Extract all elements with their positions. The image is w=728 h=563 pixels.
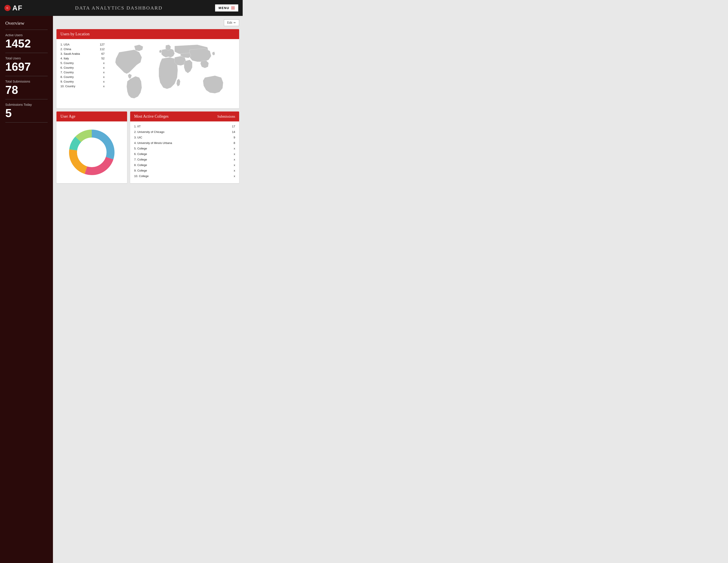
donut-chart	[68, 128, 116, 177]
college-list-item: 5. Collegex	[134, 146, 235, 151]
college-list-item: 3. UIC9	[134, 135, 235, 140]
menu-button[interactable]: MENU	[215, 4, 238, 11]
location-count: 127	[100, 43, 105, 46]
world-map-container	[109, 42, 235, 105]
location-count: x	[103, 85, 105, 88]
hamburger-icon	[231, 7, 235, 9]
location-name: 1. USA	[60, 43, 69, 46]
location-count: x	[103, 61, 105, 65]
user-age-card: User Age	[56, 111, 127, 183]
edit-row: Edit ✏	[56, 19, 239, 26]
college-count: x	[234, 152, 235, 156]
active-users-value: 1452	[5, 38, 48, 49]
total-users-label: Total Users	[5, 56, 48, 60]
college-list-item: 2. University of Chicago14	[134, 129, 235, 135]
college-count: x	[234, 147, 235, 150]
college-count: x	[234, 169, 235, 172]
location-list-item: 9. Countryx	[60, 79, 105, 84]
location-name: 9. Country	[60, 80, 74, 83]
location-name: 4. Italy	[60, 57, 69, 60]
stat-submissions-today: Submissions Today 5	[5, 103, 48, 122]
svg-point-6	[80, 141, 103, 164]
sidebar: Overview Active Users 1452 Total Users 1…	[0, 16, 53, 563]
donut-chart-svg	[68, 128, 116, 177]
college-name: 5. College	[134, 147, 147, 150]
location-name: 7. Country	[60, 71, 74, 74]
college-list-item: 9. Collegex	[134, 168, 235, 173]
logo-circle: C	[4, 5, 11, 11]
location-list-item: 8. Countryx	[60, 75, 105, 79]
submissions-today-label: Submissions Today	[5, 103, 48, 106]
location-list-item: 3. Saudi Arabia67	[60, 51, 105, 56]
college-list-item: 4. University of Illinois Urbana8	[134, 140, 235, 146]
location-name: 6. Country	[60, 66, 74, 69]
college-name: 2. University of Chicago	[134, 130, 164, 133]
college-name: 3. UIC	[134, 136, 142, 139]
location-count: x	[103, 71, 105, 74]
location-count: x	[103, 75, 105, 79]
total-submissions-value: 78	[5, 84, 48, 96]
location-count: x	[103, 80, 105, 83]
college-list-item: 8. Collegex	[134, 162, 235, 168]
bottom-row: User Age	[56, 111, 239, 183]
colleges-submissions-label: Submissions	[217, 115, 235, 118]
main-layout: Overview Active Users 1452 Total Users 1…	[0, 16, 243, 563]
active-users-label: Active Users	[5, 33, 48, 37]
location-list-item: 6. Countryx	[60, 65, 105, 70]
college-list-item: 6. Collegex	[134, 151, 235, 157]
colleges-header: Most Active Colleges Submissions	[130, 111, 239, 121]
location-name: 10. Country	[60, 85, 75, 88]
location-name: 3. Saudi Arabia	[60, 52, 80, 55]
world-map-svg	[109, 42, 235, 105]
most-active-colleges-card: Most Active Colleges Submissions 1. IIT1…	[130, 111, 239, 183]
header: C AF Data Analytics Dashboard MENU	[0, 0, 243, 16]
location-list: 1. USA1272. China1123. Saudi Arabia674. …	[60, 42, 105, 105]
college-list-item: 10. Collegex	[134, 173, 235, 179]
logo-c: C	[7, 6, 9, 10]
college-count: 14	[232, 130, 235, 133]
header-title: Data Analytics Dashboard	[75, 5, 163, 11]
edit-label: Edit	[227, 21, 232, 24]
menu-label: MENU	[219, 6, 229, 10]
location-count: 112	[100, 47, 105, 51]
stat-total-submissions: Total Submissions 78	[5, 80, 48, 99]
location-list-item: 5. Countryx	[60, 61, 105, 65]
college-count: 8	[234, 141, 235, 145]
location-name: 2. China	[60, 47, 71, 51]
users-by-location-header: Users by Location	[56, 29, 239, 39]
user-age-header: User Age	[56, 111, 127, 121]
location-list-item: 7. Countryx	[60, 70, 105, 75]
pencil-icon: ✏	[234, 21, 236, 24]
college-count: 9	[234, 136, 235, 139]
location-name: 5. Country	[60, 61, 74, 65]
submissions-today-value: 5	[5, 107, 48, 119]
college-name: 1. IIT	[134, 125, 141, 128]
colleges-title: Most Active Colleges	[134, 114, 169, 119]
logo-area: C AF	[4, 4, 23, 12]
college-count: x	[234, 174, 235, 178]
location-list-item: 10. Countryx	[60, 84, 105, 88]
logo-text: AF	[12, 4, 23, 12]
location-list-item: 4. Italy52	[60, 56, 105, 61]
colleges-body: 1. IIT172. University of Chicago143. UIC…	[130, 121, 239, 181]
location-list-item: 1. USA127	[60, 42, 105, 47]
college-name: 9. College	[134, 169, 147, 172]
content-area: Edit ✏ Users by Location 1. USA1272. Chi…	[53, 16, 243, 563]
location-count: 52	[101, 57, 105, 60]
location-name: 8. Country	[60, 75, 74, 79]
college-list-item: 7. Collegex	[134, 157, 235, 162]
edit-button[interactable]: Edit ✏	[224, 19, 239, 26]
location-count: x	[103, 66, 105, 69]
users-by-location-body: 1. USA1272. China1123. Saudi Arabia674. …	[56, 39, 239, 108]
location-count: 67	[101, 52, 105, 55]
college-count: x	[234, 158, 235, 161]
sidebar-overview-label: Overview	[5, 20, 48, 30]
users-by-location-card: Users by Location 1. USA1272. China1123.…	[56, 29, 239, 108]
college-list-item: 1. IIT17	[134, 124, 235, 129]
college-name: 8. College	[134, 163, 147, 167]
user-age-body	[56, 121, 127, 183]
college-name: 10. College	[134, 174, 149, 178]
stat-active-users: Active Users 1452	[5, 33, 48, 53]
college-count: x	[234, 163, 235, 167]
stat-total-users: Total Users 1697	[5, 56, 48, 76]
